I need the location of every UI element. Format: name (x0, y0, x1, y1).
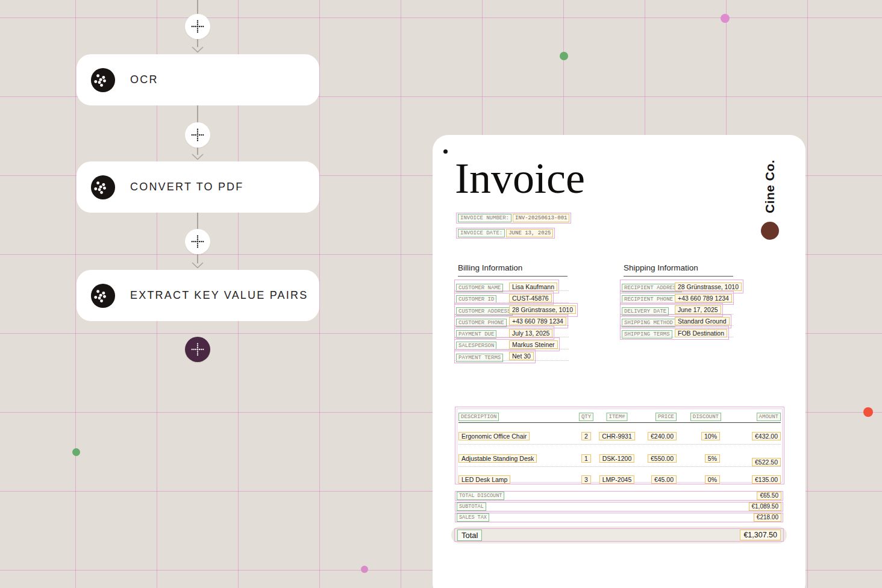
field-row: SALESPERSONMarkus Steiner (454, 337, 569, 349)
billing-title: Billing Information (458, 263, 569, 272)
field-row: CUSTOMER ADDRESS28 Grünstrasse, 1010 (454, 303, 569, 314)
field-row: SHIPPING TERMSFOB Destination (620, 326, 733, 337)
invoice-meta: INVOICE NUMBER: INV-20250613-001 INVOICE… (456, 211, 571, 241)
item-qty: 2 (581, 432, 591, 440)
field-row: SHIPPING METHODStandard Ground (620, 314, 733, 326)
item-price: €240.00 (648, 432, 677, 440)
grid-dot-green-left (72, 448, 80, 456)
annotation-pair-box: INVOICE DATE: JUNE 13, 2025 (456, 228, 555, 239)
grid-dot-green-top (560, 52, 568, 60)
summary-label: SALES TAX (457, 513, 489, 522)
summary-label: SUBTOTAL (457, 502, 486, 511)
field-row: CUSTOMER PHONE+43 660 789 1234 (454, 314, 569, 326)
step-card-extract-key-value-pairs[interactable]: EXTRACT KEY VALUE PAIRS (77, 270, 319, 321)
field-value: 28 Grünstrasse, 1010 (675, 283, 742, 291)
total-value: €1,307.50 (740, 530, 781, 540)
summary-value: €1,089.50 (749, 502, 782, 511)
brand-logo-circle (761, 222, 779, 240)
field-row: RECIPIENT PHONE+43 660 789 1234 (620, 291, 733, 302)
field-row: RECIPIENT ADDRESS28 Grünstrasse, 1010 (620, 280, 733, 291)
item-discount: 0% (705, 475, 720, 484)
item-discount: 10% (701, 432, 720, 440)
grid-dot-red-right (863, 407, 873, 417)
step-label: CONVERT TO PDF (130, 181, 244, 193)
field-value: Net 30 (509, 352, 534, 360)
field-value: FOB Destination (675, 329, 727, 337)
item-description: Ergonomic Office Chair (458, 432, 530, 440)
field-row: CUSTOMER IDCUST-45876 (454, 291, 569, 302)
row-separator (458, 444, 781, 445)
add-step-button[interactable] (185, 229, 210, 254)
annotation-pair-box: INVOICE NUMBER: INV-20250613-001 (456, 213, 571, 224)
annotation-pair-box: SHIPPING TERMSFOB Destination (620, 326, 729, 340)
arrow-down-icon (191, 46, 204, 53)
field-row: PAYMENT DUEJuly 13, 2025 (454, 326, 569, 337)
step-card-ocr[interactable]: OCR (77, 54, 319, 105)
field-value: Lisa Kaufmann (509, 283, 557, 291)
invoice-title: Invoice (455, 154, 585, 202)
arrow-down-icon (191, 154, 204, 160)
field-row: CUSTOMER NAMELisa Kaufmann (454, 280, 569, 291)
item-number: LMP-2045 (599, 475, 634, 484)
field-value: 28 Grünstrasse, 1010 (509, 305, 576, 314)
invoice-date-label: INVOICE DATE: (458, 229, 505, 237)
step-card-convert-to-pdf[interactable]: CONVERT TO PDF (77, 161, 319, 213)
item-discount: 5% (705, 454, 720, 463)
item-qty: 3 (581, 475, 591, 484)
field-row: DELIVERY DATEJune 17, 2025 (620, 303, 733, 314)
item-amount: €522.50 (752, 458, 781, 466)
canvas: OCR CONVERT TO PDF EXTRACT KEY VALUE PAI… (0, 0, 882, 588)
billing-section: Billing Information CUSTOMER NAMELisa Ka… (454, 263, 569, 361)
section-rule (458, 276, 568, 277)
invoice-number-value: INV-20250613-001 (513, 214, 569, 222)
section-rule (624, 276, 733, 277)
field-value: Markus Steiner (509, 340, 558, 349)
add-step-button[interactable] (185, 122, 210, 148)
invoice-number-label: INVOICE NUMBER: (458, 214, 511, 222)
row-separator (458, 466, 781, 467)
item-number: DSK-1200 (599, 454, 634, 463)
item-description: Adjustable Standing Desk (458, 454, 537, 463)
item-price: €550.00 (648, 454, 677, 463)
invoice-date-value: JUNE 13, 2025 (506, 229, 553, 237)
plus-dots-icon (190, 19, 205, 34)
brand-name: Cine Co. (763, 160, 777, 213)
field-value: +43 660 789 1234 (675, 294, 732, 302)
field-label: PAYMENT TERMS (456, 354, 503, 362)
item-amount: €432.00 (752, 432, 781, 440)
field-value: CUST-45876 (509, 294, 552, 302)
summary-row-total-discount: TOTAL DISCOUNT €65.50 (455, 491, 783, 501)
card-corner-dot (443, 149, 448, 154)
add-step-button-active[interactable] (185, 337, 210, 362)
field-value: July 13, 2025 (509, 329, 552, 337)
item-price: €45.00 (651, 475, 677, 484)
summary-row-sales-tax: SALES TAX €218.00 (455, 513, 783, 522)
grid-dot-pink-top (721, 14, 730, 23)
add-step-button[interactable] (185, 14, 210, 39)
shipping-title: Shipping Information (624, 263, 733, 272)
grid-dot-pink-bottom (361, 566, 368, 573)
annotation-pair-box: PAYMENT TERMSNet 30 (454, 349, 536, 363)
total-label: Total (457, 530, 482, 541)
total-annotation-box: Total €1,307.50 (454, 528, 784, 542)
summary-label: TOTAL DISCOUNT (457, 492, 504, 500)
line-items-table: DESCRIPTION QTY ITEM# PRICE DISCOUNT AMO… (455, 407, 784, 484)
step-label: OCR (130, 74, 158, 86)
field-value: Standard Ground (675, 317, 730, 325)
field-label: SHIPPING TERMS (622, 330, 672, 339)
plus-dots-icon (190, 234, 205, 249)
logo-dots-icon (90, 67, 116, 93)
field-row: PAYMENT TERMSNet 30 (454, 349, 569, 361)
column-header: DISCOUNT (690, 413, 721, 421)
item-amount: €135.00 (752, 475, 781, 484)
invoice-date-row: INVOICE DATE: JUNE 13, 2025 (456, 226, 571, 239)
invoice-number-row: INVOICE NUMBER: INV-20250613-001 (456, 211, 571, 224)
column-header: DESCRIPTION (458, 413, 499, 421)
shipping-section: Shipping Information RECIPIENT ADDRESS28… (620, 263, 733, 337)
plus-dots-icon (190, 342, 205, 357)
step-label: EXTRACT KEY VALUE PAIRS (130, 289, 308, 302)
item-qty: 1 (581, 454, 591, 463)
column-header: PRICE (655, 413, 677, 421)
total-row: Total €1,307.50 (451, 527, 787, 543)
field-value: +43 660 789 1234 (509, 317, 566, 325)
